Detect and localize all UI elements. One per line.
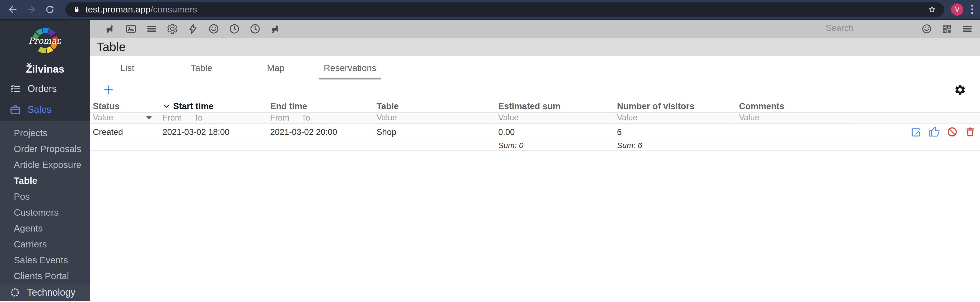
star-icon: [927, 5, 937, 14]
column-header-table[interactable]: Table: [374, 100, 496, 113]
filter-start-time: From To: [160, 113, 267, 124]
user-name: Žilvinas: [0, 63, 90, 75]
dropdown-caret-icon: [146, 116, 152, 120]
sidebar-item-clients-portal[interactable]: Clients Portal: [0, 268, 90, 284]
thumb-up-icon: [929, 126, 940, 138]
end-time-to-input[interactable]: To: [301, 113, 329, 123]
tab-reservations[interactable]: Reservations: [313, 56, 387, 79]
sidebar-item-table[interactable]: Table: [0, 173, 90, 189]
sort-desc-chevron-icon: [162, 102, 170, 110]
cell-status: Created: [90, 124, 160, 141]
url-bar[interactable]: test.proman.app/consumers: [65, 2, 944, 17]
sidebar-item-carriers[interactable]: Carriers: [0, 236, 90, 252]
sidebar-item-sales-events[interactable]: Sales Events: [0, 252, 90, 268]
add-reservation-button[interactable]: [102, 84, 115, 96]
tab-table[interactable]: Table: [164, 56, 239, 79]
cell-visitors: 6: [614, 124, 736, 141]
cell-end-time: 2021-03-02 20:00: [267, 124, 374, 141]
browser-forward-button[interactable]: [25, 3, 38, 16]
sidebar-item-article-exposure[interactable]: Article Exposure: [0, 157, 90, 173]
smiley-icon[interactable]: [208, 23, 220, 35]
approve-reservation-button[interactable]: [929, 126, 940, 138]
url-host: test.proman.app: [85, 4, 151, 14]
tab-map[interactable]: Map: [239, 56, 313, 79]
status-filter-select[interactable]: Value: [93, 113, 153, 123]
block-reservation-button[interactable]: [947, 126, 958, 138]
visitors-filter-input[interactable]: Value: [617, 113, 729, 123]
sidebar-item-pos[interactable]: Pos: [0, 189, 90, 204]
column-header-actions: [858, 100, 980, 113]
start-time-from-input[interactable]: From: [162, 113, 190, 123]
tab-bar: List Table Map Reservations: [90, 56, 980, 79]
sidebar-item-customers[interactable]: Customers: [0, 204, 90, 220]
logo-text: Proman: [29, 36, 61, 46]
browser-menu-button[interactable]: [971, 5, 973, 14]
gear-icon[interactable]: [167, 23, 178, 35]
trash-icon: [965, 126, 976, 138]
image-icon[interactable]: [125, 23, 137, 35]
delete-reservation-button[interactable]: [965, 126, 976, 138]
sidebar-item-projects[interactable]: Projects: [0, 125, 90, 141]
sidebar: Proman Žilvinas Orders: [0, 20, 90, 301]
unicorn-icon[interactable]: [105, 23, 116, 35]
settings-gear-icon: [954, 84, 966, 96]
table-actions-row: [90, 79, 980, 100]
bookmark-star-button[interactable]: [927, 5, 937, 14]
filter-table: Value: [374, 113, 496, 124]
column-header-number-of-visitors[interactable]: Number of visitors: [614, 100, 736, 113]
tab-list[interactable]: List: [90, 56, 164, 79]
sidebar-item-agents[interactable]: Agents: [0, 220, 90, 236]
search-input[interactable]: [825, 22, 896, 35]
start-time-to-input[interactable]: To: [194, 113, 221, 123]
filter-status: Value: [90, 113, 160, 124]
column-header-start-time[interactable]: Start time: [160, 100, 267, 113]
cell-estimated-sum: 0.00: [496, 124, 614, 141]
end-time-from-input[interactable]: From: [270, 113, 298, 123]
block-icon: [947, 126, 958, 138]
sidebar-item-sales[interactable]: Sales: [0, 103, 90, 117]
qr-code-icon[interactable]: [941, 23, 953, 35]
sidebar-item-orders[interactable]: Orders: [0, 81, 90, 96]
app-toolbar: [90, 20, 980, 38]
sidebar-item-technology[interactable]: Technology: [0, 284, 90, 301]
plus-icon: [102, 84, 115, 96]
column-header-status[interactable]: Status: [90, 100, 160, 113]
column-header-comments[interactable]: Comments: [736, 100, 858, 113]
smiley-icon[interactable]: [921, 23, 932, 35]
cell-start-time: 2021-03-02 18:00: [160, 124, 267, 141]
back-arrow-icon: [8, 4, 18, 15]
cell-comments: [736, 124, 858, 141]
clock-icon[interactable]: [229, 23, 240, 35]
filter-comments: Value: [736, 113, 858, 124]
unicorn-icon[interactable]: [270, 23, 282, 35]
menu-icon[interactable]: [146, 23, 158, 35]
browser-chrome: test.proman.app/consumers V: [0, 0, 980, 20]
browser-profile-avatar[interactable]: V: [951, 3, 963, 16]
page-title-bar: Table: [90, 38, 980, 56]
column-header-estimated-sum[interactable]: Estimated sum: [496, 100, 614, 113]
sum-estimated-sum: Sum: 0: [496, 141, 614, 151]
comments-filter-input[interactable]: Value: [739, 113, 851, 123]
sidebar-item-label: Sales: [27, 104, 51, 115]
bolt-icon[interactable]: [187, 23, 199, 35]
url-path: /consumers: [151, 4, 197, 14]
checklist-icon: [10, 83, 21, 95]
sum-status: [90, 141, 160, 151]
filter-estimated-sum: Value: [496, 113, 614, 124]
lock-icon: [73, 6, 81, 14]
avatar-letter: V: [955, 5, 959, 14]
edit-reservation-button[interactable]: [910, 126, 922, 138]
browser-back-button[interactable]: [6, 3, 19, 16]
refresh-icon: [45, 4, 55, 15]
column-header-end-time[interactable]: End time: [267, 100, 374, 113]
estimated-sum-filter-input[interactable]: Value: [498, 113, 608, 123]
menu-icon[interactable]: [961, 23, 973, 35]
browser-refresh-button[interactable]: [43, 3, 56, 16]
sidebar-item-order-proposals[interactable]: Order Proposals: [0, 141, 90, 157]
table-filter-input[interactable]: Value: [377, 113, 489, 123]
page-title: Table: [97, 40, 126, 54]
clock-icon[interactable]: [249, 23, 261, 35]
sidebar-item-label: Technology: [27, 287, 75, 298]
row-actions: [858, 124, 980, 141]
column-settings-button[interactable]: [954, 84, 966, 96]
